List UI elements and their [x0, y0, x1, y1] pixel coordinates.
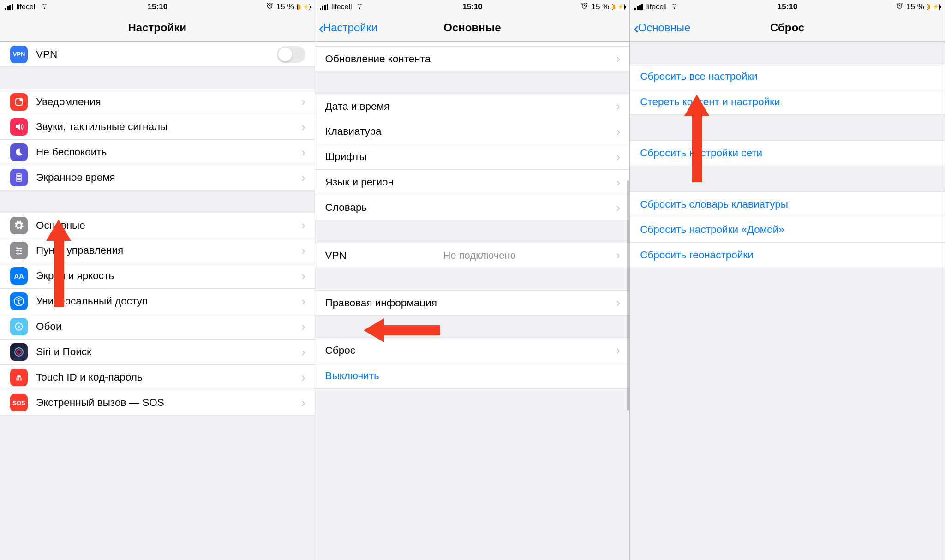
chevron-right-icon: › [301, 171, 305, 185]
alarm-icon [266, 2, 273, 12]
chevron-right-icon: › [301, 294, 305, 309]
vpn-icon: VPN [10, 46, 28, 63]
row-dictionary[interactable]: Словарь › [315, 195, 630, 220]
row-accessibility[interactable]: Универсальный доступ › [0, 289, 315, 314]
chevron-right-icon: › [616, 52, 621, 66]
signal-icon [320, 4, 329, 10]
row-reset-all[interactable]: Сбросить все настройки [630, 64, 945, 89]
back-button[interactable]: ‹ Основные [634, 14, 690, 41]
row-general[interactable]: Основные › [0, 213, 315, 238]
row-reset-network[interactable]: Сбросить настройки сети [630, 140, 945, 166]
carrier-label: lifecell [331, 3, 352, 11]
svg-point-4 [16, 247, 18, 249]
row-erase-all[interactable]: Стереть контент и настройки [630, 89, 945, 115]
chevron-right-icon: › [616, 175, 621, 190]
chevron-right-icon: › [616, 296, 621, 310]
page-title: Сброс [770, 21, 804, 34]
row-label: Сбросить геонастройки [640, 249, 754, 261]
row-sounds[interactable]: Звуки, тактильные сигналы › [0, 114, 315, 140]
svg-point-12 [17, 350, 21, 354]
status-bar: lifecell 15:10 15 % ⚡ [315, 0, 630, 14]
status-bar: lifecell 15:10 15 % ⚡ [630, 0, 945, 14]
row-label: Обои [36, 321, 61, 333]
control-center-icon [10, 242, 28, 259]
nav-header: ‹ Настройки Основные [315, 14, 630, 42]
content-general[interactable]: Обновление контента › Дата и время › Кла… [315, 42, 630, 560]
row-display[interactable]: AA Экран и яркость › [0, 263, 315, 289]
battery-icon: ⚡ [926, 4, 940, 10]
row-reset-home[interactable]: Сбросить настройки «Домой» [630, 217, 945, 243]
carrier-label: lifecell [17, 3, 37, 11]
row-label: Сброс [325, 345, 355, 357]
row-wallpaper[interactable]: Обои › [0, 314, 315, 340]
row-label: Язык и регион [325, 176, 394, 188]
wifi-icon [355, 2, 364, 12]
row-label: Экранное время [36, 172, 115, 184]
row-language[interactable]: Язык и регион › [315, 170, 630, 195]
row-detail: Не подключено [443, 250, 516, 262]
row-label: Сбросить настройки сети [640, 147, 762, 159]
row-screentime[interactable]: Экранное время › [0, 165, 315, 191]
battery-icon: ⚡ [611, 4, 625, 10]
row-label: Обновление контента [325, 53, 431, 65]
row-reset-location[interactable]: Сбросить геонастройки [630, 243, 945, 268]
row-notifications[interactable]: Уведомления › [0, 89, 315, 114]
row-label: Сбросить все настройки [640, 71, 757, 82]
carrier-label: lifecell [646, 3, 667, 11]
row-fonts[interactable]: Шрифты › [315, 144, 630, 170]
sos-icon: SOS [10, 394, 28, 411]
row-vpn2[interactable]: VPN Не подключено › [315, 243, 630, 268]
vpn-toggle[interactable] [277, 46, 305, 63]
dnd-icon [10, 143, 28, 161]
battery-pct-label: 15 % [906, 2, 924, 12]
row-datetime[interactable]: Дата и время › [315, 94, 630, 119]
row-dnd[interactable]: Не беспокоить › [0, 140, 315, 165]
accessibility-icon [10, 292, 28, 310]
chevron-right-icon: › [616, 343, 621, 357]
row-label: Словарь [325, 202, 367, 214]
clock-label: 15:10 [148, 2, 167, 12]
row-label: Основные [36, 220, 85, 232]
chevron-right-icon: › [301, 145, 305, 160]
row-label: Звуки, тактильные сигналы [36, 121, 167, 133]
row-reset[interactable]: Сброс › [315, 338, 630, 363]
chevron-right-icon: › [301, 269, 305, 283]
row-background-refresh[interactable]: Обновление контента › [315, 46, 630, 71]
content-reset[interactable]: Сбросить все настройки Стереть контент и… [630, 42, 945, 560]
screen-general: lifecell 15:10 15 % ⚡ ‹ Настройки Основн… [315, 0, 630, 560]
row-keyboard[interactable]: Клавиатура › [315, 119, 630, 144]
row-shutdown[interactable]: Выключить [315, 363, 630, 389]
chevron-right-icon: › [301, 120, 305, 134]
back-label: Основные [638, 21, 691, 34]
row-legal[interactable]: Правовая информация › [315, 290, 630, 316]
status-bar: lifecell 15:10 15 % ⚡ [0, 0, 315, 14]
row-label: VPN [36, 48, 57, 60]
chevron-right-icon: › [616, 201, 621, 215]
back-button[interactable]: ‹ Настройки [319, 14, 377, 41]
row-vpn[interactable]: VPN VPN [0, 42, 315, 67]
row-reset-keyboard[interactable]: Сбросить словарь клавиатуры [630, 191, 945, 217]
chevron-right-icon: › [301, 320, 305, 334]
battery-icon: ⚡ [296, 4, 310, 10]
wifi-icon [670, 2, 679, 12]
svg-point-8 [18, 298, 20, 300]
screen-reset: lifecell 15:10 15 % ⚡ ‹ Основные Сброс С… [630, 0, 945, 560]
row-label: Siri и Поиск [36, 346, 91, 358]
content-settings[interactable]: VPN VPN Уведомления › Звуки, тактильные … [0, 42, 315, 560]
row-label: Дата и время [325, 101, 390, 113]
back-label: Настройки [323, 21, 377, 34]
row-sos[interactable]: SOS Экстренный вызов — SOS › [0, 390, 315, 416]
row-touchid[interactable]: Touch ID и код-пароль › [0, 365, 315, 390]
svg-point-2 [20, 98, 23, 101]
chevron-right-icon: › [616, 99, 621, 113]
siri-icon [10, 343, 28, 361]
chevron-right-icon: › [616, 150, 621, 164]
svg-point-10 [18, 326, 20, 328]
touchid-icon [10, 369, 28, 386]
row-siri[interactable]: Siri и Поиск › [0, 340, 315, 365]
screentime-icon [10, 169, 28, 186]
row-label: Не беспокоить [36, 146, 107, 158]
wifi-icon [40, 2, 49, 12]
scrollbar[interactable] [627, 180, 629, 411]
row-control-center[interactable]: Пункт управления › [0, 238, 315, 263]
